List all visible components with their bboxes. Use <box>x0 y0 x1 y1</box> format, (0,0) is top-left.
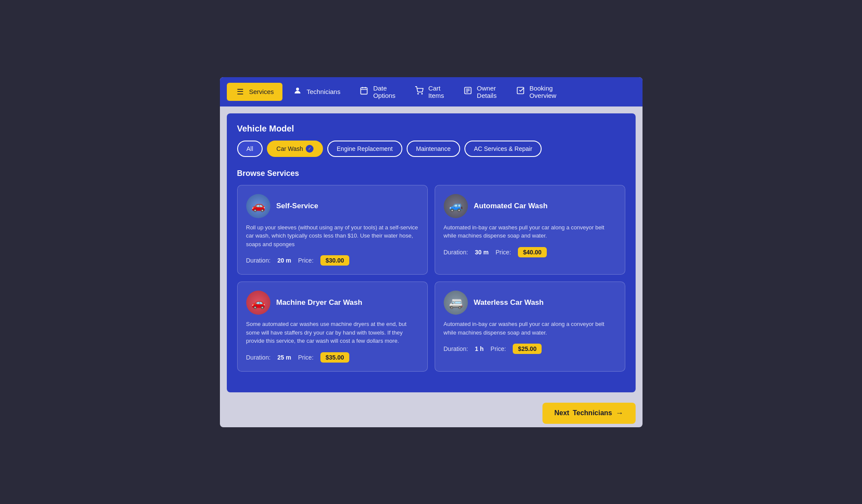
app-container: ☰ Services Technicians DateOptions CartI… <box>220 77 643 427</box>
browse-services-section: Browse Services 🚗 Self-Service Roll up y… <box>237 169 625 372</box>
check-icon: ✓ <box>306 145 313 153</box>
duration-label-0: Duration: <box>246 257 271 264</box>
next-technicians-button[interactable]: Next Technicians → <box>542 403 636 424</box>
service-card-self-service[interactable]: 🚗 Self-Service Roll up your sleeves (wit… <box>237 185 428 275</box>
service-header-self-service: 🚗 Self-Service <box>246 194 419 218</box>
service-name-self-service: Self-Service <box>276 202 318 210</box>
duration-label-2: Duration: <box>246 354 271 361</box>
duration-label-3: Duration: <box>444 345 468 352</box>
nav-label-date-options: DateOptions <box>373 85 395 99</box>
nav-label-owner-details: OwnerDetails <box>477 85 497 99</box>
nav-label-technicians: Technicians <box>307 88 340 95</box>
service-img-machine-dryer: 🚗 <box>246 291 270 315</box>
filter-bar: All Car Wash ✓ Engine Replacement Mainte… <box>237 141 625 157</box>
date-options-icon <box>359 86 369 97</box>
duration-value-2: 25 m <box>277 354 291 361</box>
price-label-1: Price: <box>495 249 511 256</box>
technicians-icon <box>293 86 302 97</box>
service-card-machine-dryer[interactable]: 🚗 Machine Dryer Car Wash Some automated … <box>237 282 428 372</box>
nav-item-date-options[interactable]: DateOptions <box>351 80 404 103</box>
service-header-automated: 🚙 Automated Car Wash <box>444 194 616 218</box>
owner-details-icon <box>463 86 473 97</box>
price-badge-2: $35.00 <box>320 352 349 363</box>
price-badge-3: $25.00 <box>513 344 542 354</box>
next-btn-prefix: Next <box>555 409 570 417</box>
services-icon: ☰ <box>235 87 245 97</box>
price-label-2: Price: <box>298 354 313 361</box>
nav-label-cart-items: CartItems <box>428 85 444 99</box>
filter-maintenance[interactable]: Maintenance <box>407 141 460 157</box>
service-desc-waterless: Automated in-bay car washes pull your ca… <box>444 320 616 337</box>
filter-all[interactable]: All <box>237 141 263 157</box>
filter-ac-services[interactable]: AC Services & Repair <box>464 141 542 157</box>
service-header-machine-dryer: 🚗 Machine Dryer Car Wash <box>246 291 419 315</box>
vehicle-model-section: Vehicle Model All Car Wash ✓ Engine Repl… <box>237 124 625 157</box>
nav-item-booking-overview[interactable]: BookingOverview <box>507 80 565 103</box>
svg-point-6 <box>422 94 423 94</box>
service-meta-self-service: Duration: 20 m Price: $30.00 <box>246 255 419 266</box>
nav-item-services[interactable]: ☰ Services <box>227 83 283 101</box>
next-btn-bold: Technicians <box>573 409 612 417</box>
main-area: Vehicle Model All Car Wash ✓ Engine Repl… <box>227 113 636 392</box>
nav-item-cart-items[interactable]: CartItems <box>406 80 453 103</box>
svg-point-0 <box>296 88 299 91</box>
service-meta-automated: Duration: 30 m Price: $40.00 <box>444 247 616 257</box>
service-name-waterless: Waterless Car Wash <box>474 298 544 307</box>
booking-overview-icon <box>516 86 525 97</box>
service-card-waterless[interactable]: 🚐 Waterless Car Wash Automated in-bay ca… <box>435 282 625 372</box>
price-label-3: Price: <box>491 345 506 352</box>
duration-value-1: 30 m <box>475 249 489 256</box>
svg-point-5 <box>418 94 419 94</box>
price-badge-1: $40.00 <box>518 247 547 257</box>
browse-services-title: Browse Services <box>237 169 625 178</box>
price-badge-0: $30.00 <box>320 255 349 266</box>
svg-rect-1 <box>361 88 367 94</box>
nav-label-booking-overview: BookingOverview <box>530 85 557 99</box>
service-img-automated: 🚙 <box>444 194 468 218</box>
service-img-waterless: 🚐 <box>444 291 468 315</box>
service-desc-self-service: Roll up your sleeves (without using any … <box>246 223 419 249</box>
nav-bar: ☰ Services Technicians DateOptions CartI… <box>220 77 643 106</box>
service-meta-machine-dryer: Duration: 25 m Price: $35.00 <box>246 352 419 363</box>
duration-value-0: 20 m <box>277 257 291 264</box>
svg-rect-11 <box>517 88 523 94</box>
service-name-automated: Automated Car Wash <box>474 202 548 210</box>
duration-value-3: 1 h <box>475 345 483 352</box>
service-name-machine-dryer: Machine Dryer Car Wash <box>276 298 363 307</box>
filter-car-wash[interactable]: Car Wash ✓ <box>267 141 323 157</box>
filter-engine-replacement[interactable]: Engine Replacement <box>327 141 402 157</box>
duration-label-1: Duration: <box>444 249 468 256</box>
services-grid: 🚗 Self-Service Roll up your sleeves (wit… <box>237 185 625 372</box>
nav-label-services: Services <box>249 88 274 95</box>
cart-items-icon <box>414 86 424 97</box>
service-desc-automated: Automated in-bay car washes pull your ca… <box>444 223 616 240</box>
service-header-waterless: 🚐 Waterless Car Wash <box>444 291 616 315</box>
filter-car-wash-label: Car Wash <box>276 145 303 152</box>
price-label-0: Price: <box>298 257 313 264</box>
vehicle-model-title: Vehicle Model <box>237 124 625 134</box>
nav-item-technicians[interactable]: Technicians <box>284 82 349 101</box>
next-btn-arrow: → <box>616 409 624 418</box>
service-img-self-service: 🚗 <box>246 194 270 218</box>
footer-bar: Next Technicians → <box>220 399 643 424</box>
service-desc-machine-dryer: Some automated car washes use machine dr… <box>246 320 419 345</box>
service-meta-waterless: Duration: 1 h Price: $25.00 <box>444 344 616 354</box>
service-card-automated[interactable]: 🚙 Automated Car Wash Automated in-bay ca… <box>435 185 625 275</box>
nav-item-owner-details[interactable]: OwnerDetails <box>455 80 505 103</box>
